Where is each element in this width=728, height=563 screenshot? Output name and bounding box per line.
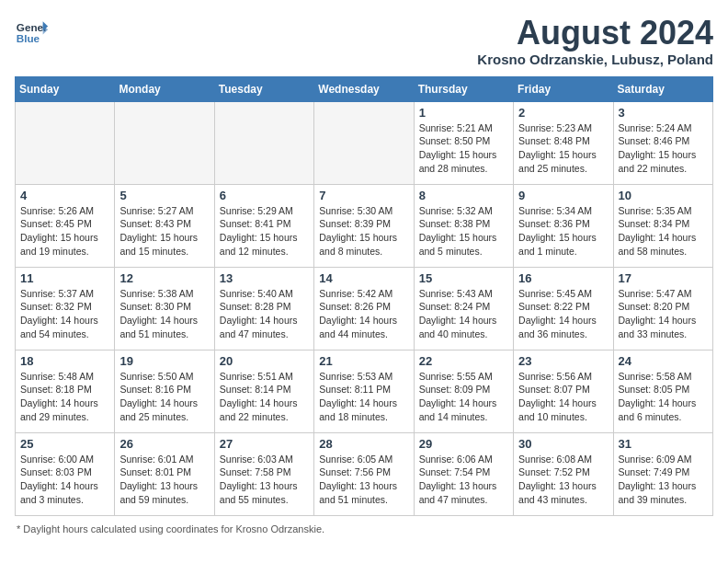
calendar-cell: 7Sunrise: 5:30 AM Sunset: 8:39 PM Daylig… <box>314 184 414 267</box>
day-info: Sunrise: 6:09 AM Sunset: 7:49 PM Dayligh… <box>619 453 708 507</box>
day-number: 13 <box>220 271 309 285</box>
day-number: 7 <box>319 189 408 202</box>
calendar-cell: 4Sunrise: 5:26 AM Sunset: 8:45 PM Daylig… <box>16 184 115 267</box>
day-info: Sunrise: 5:56 AM Sunset: 8:07 PM Dayligh… <box>518 370 608 424</box>
calendar-cell: 19Sunrise: 5:50 AM Sunset: 8:16 PM Dayli… <box>115 350 214 432</box>
calendar-cell: 30Sunrise: 6:08 AM Sunset: 7:52 PM Dayli… <box>514 432 613 515</box>
day-number: 18 <box>20 354 109 368</box>
day-info: Sunrise: 5:21 AM Sunset: 8:50 PM Dayligh… <box>419 121 508 176</box>
calendar-cell: 9Sunrise: 5:34 AM Sunset: 8:36 PM Daylig… <box>514 184 613 267</box>
day-info: Sunrise: 6:03 AM Sunset: 7:58 PM Dayligh… <box>220 453 309 507</box>
calendar-cell: 12Sunrise: 5:38 AM Sunset: 8:30 PM Dayli… <box>115 267 214 350</box>
day-info: Sunrise: 5:40 AM Sunset: 8:28 PM Dayligh… <box>220 287 309 341</box>
day-number: 9 <box>518 189 608 202</box>
day-number: 2 <box>518 106 608 120</box>
day-number: 30 <box>518 437 608 451</box>
day-number: 26 <box>119 437 209 451</box>
calendar-header-row: SundayMondayTuesdayWednesdayThursdayFrid… <box>16 76 713 101</box>
calendar-cell: 3Sunrise: 5:24 AM Sunset: 8:46 PM Daylig… <box>613 101 712 184</box>
day-info: Sunrise: 6:08 AM Sunset: 7:52 PM Dayligh… <box>518 453 608 507</box>
day-number: 11 <box>20 271 109 285</box>
calendar-cell: 31Sunrise: 6:09 AM Sunset: 7:49 PM Dayli… <box>613 432 712 515</box>
title-block: August 2024 Krosno Odrzanskie, Lubusz, P… <box>477 15 713 67</box>
calendar-week-row: 4Sunrise: 5:26 AM Sunset: 8:45 PM Daylig… <box>16 184 713 267</box>
day-number: 29 <box>419 437 508 451</box>
day-number: 27 <box>220 437 309 451</box>
day-info: Sunrise: 5:29 AM Sunset: 8:41 PM Dayligh… <box>220 204 309 259</box>
location-subtitle: Krosno Odrzanskie, Lubusz, Poland <box>477 52 713 67</box>
calendar-cell: 21Sunrise: 5:53 AM Sunset: 8:11 PM Dayli… <box>314 350 414 432</box>
calendar-cell <box>16 101 115 184</box>
day-number: 21 <box>319 354 408 368</box>
footer-note-text: Daylight hours <box>23 523 87 534</box>
day-number: 25 <box>20 437 109 451</box>
day-info: Sunrise: 5:55 AM Sunset: 8:09 PM Dayligh… <box>419 370 508 424</box>
col-header-saturday: Saturday <box>613 76 712 101</box>
day-info: Sunrise: 5:45 AM Sunset: 8:22 PM Dayligh… <box>518 287 608 341</box>
calendar-cell: 11Sunrise: 5:37 AM Sunset: 8:32 PM Dayli… <box>16 267 115 350</box>
calendar-cell: 17Sunrise: 5:47 AM Sunset: 8:20 PM Dayli… <box>613 267 712 350</box>
day-number: 28 <box>319 437 408 451</box>
day-number: 20 <box>220 354 309 368</box>
calendar-cell: 8Sunrise: 5:32 AM Sunset: 8:38 PM Daylig… <box>414 184 513 267</box>
calendar-cell: 26Sunrise: 6:01 AM Sunset: 8:01 PM Dayli… <box>115 432 214 515</box>
footer-note: * Daylight hours calculated using coordi… <box>15 523 713 534</box>
calendar-cell: 29Sunrise: 6:06 AM Sunset: 7:54 PM Dayli… <box>414 432 513 515</box>
day-number: 10 <box>619 189 708 202</box>
logo: General Blue <box>15 15 48 48</box>
day-info: Sunrise: 5:26 AM Sunset: 8:45 PM Dayligh… <box>20 204 109 259</box>
day-number: 22 <box>419 354 508 368</box>
day-info: Sunrise: 5:53 AM Sunset: 8:11 PM Dayligh… <box>319 370 408 424</box>
col-header-thursday: Thursday <box>414 76 513 101</box>
col-header-monday: Monday <box>115 76 214 101</box>
col-header-tuesday: Tuesday <box>214 76 313 101</box>
day-info: Sunrise: 6:01 AM Sunset: 8:01 PM Dayligh… <box>119 453 209 507</box>
day-number: 1 <box>419 106 508 120</box>
day-info: Sunrise: 5:23 AM Sunset: 8:48 PM Dayligh… <box>518 121 608 176</box>
calendar-cell: 20Sunrise: 5:51 AM Sunset: 8:14 PM Dayli… <box>214 350 313 432</box>
day-info: Sunrise: 6:06 AM Sunset: 7:54 PM Dayligh… <box>419 453 508 507</box>
calendar-cell: 23Sunrise: 5:56 AM Sunset: 8:07 PM Dayli… <box>514 350 613 432</box>
day-number: 12 <box>119 271 209 285</box>
calendar-week-row: 11Sunrise: 5:37 AM Sunset: 8:32 PM Dayli… <box>16 267 713 350</box>
calendar-cell: 28Sunrise: 6:05 AM Sunset: 7:56 PM Dayli… <box>314 432 414 515</box>
day-number: 8 <box>419 189 508 202</box>
day-info: Sunrise: 5:38 AM Sunset: 8:30 PM Dayligh… <box>119 287 209 341</box>
day-number: 31 <box>619 437 708 451</box>
calendar-cell: 25Sunrise: 6:00 AM Sunset: 8:03 PM Dayli… <box>16 432 115 515</box>
day-info: Sunrise: 5:37 AM Sunset: 8:32 PM Dayligh… <box>20 287 109 341</box>
page-header: General Blue August 2024 Krosno Odrzansk… <box>15 15 713 67</box>
day-number: 4 <box>20 189 109 202</box>
day-info: Sunrise: 5:30 AM Sunset: 8:39 PM Dayligh… <box>319 204 408 259</box>
logo-icon: General Blue <box>15 15 48 48</box>
day-info: Sunrise: 5:27 AM Sunset: 8:43 PM Dayligh… <box>119 204 209 259</box>
calendar-cell <box>314 101 414 184</box>
day-number: 24 <box>619 354 708 368</box>
day-info: Sunrise: 6:00 AM Sunset: 8:03 PM Dayligh… <box>20 453 109 507</box>
calendar-cell: 5Sunrise: 5:27 AM Sunset: 8:43 PM Daylig… <box>115 184 214 267</box>
day-number: 3 <box>619 106 708 120</box>
calendar-week-row: 25Sunrise: 6:00 AM Sunset: 8:03 PM Dayli… <box>16 432 713 515</box>
calendar-cell: 10Sunrise: 5:35 AM Sunset: 8:34 PM Dayli… <box>613 184 712 267</box>
calendar-cell: 22Sunrise: 5:55 AM Sunset: 8:09 PM Dayli… <box>414 350 513 432</box>
calendar-cell: 24Sunrise: 5:58 AM Sunset: 8:05 PM Dayli… <box>613 350 712 432</box>
day-number: 23 <box>518 354 608 368</box>
day-info: Sunrise: 6:05 AM Sunset: 7:56 PM Dayligh… <box>319 453 408 507</box>
calendar-cell: 18Sunrise: 5:48 AM Sunset: 8:18 PM Dayli… <box>16 350 115 432</box>
day-info: Sunrise: 5:42 AM Sunset: 8:26 PM Dayligh… <box>319 287 408 341</box>
calendar-cell <box>115 101 214 184</box>
month-year-title: August 2024 <box>477 15 713 52</box>
calendar-cell: 14Sunrise: 5:42 AM Sunset: 8:26 PM Dayli… <box>314 267 414 350</box>
day-info: Sunrise: 5:35 AM Sunset: 8:34 PM Dayligh… <box>619 204 708 259</box>
col-header-sunday: Sunday <box>16 76 115 101</box>
calendar-cell: 13Sunrise: 5:40 AM Sunset: 8:28 PM Dayli… <box>214 267 313 350</box>
day-info: Sunrise: 5:32 AM Sunset: 8:38 PM Dayligh… <box>419 204 508 259</box>
day-info: Sunrise: 5:50 AM Sunset: 8:16 PM Dayligh… <box>119 370 209 424</box>
day-number: 17 <box>619 271 708 285</box>
day-info: Sunrise: 5:51 AM Sunset: 8:14 PM Dayligh… <box>220 370 309 424</box>
calendar-cell <box>214 101 313 184</box>
day-info: Sunrise: 5:24 AM Sunset: 8:46 PM Dayligh… <box>619 121 708 176</box>
day-number: 16 <box>518 271 608 285</box>
calendar-cell: 15Sunrise: 5:43 AM Sunset: 8:24 PM Dayli… <box>414 267 513 350</box>
day-number: 14 <box>319 271 408 285</box>
